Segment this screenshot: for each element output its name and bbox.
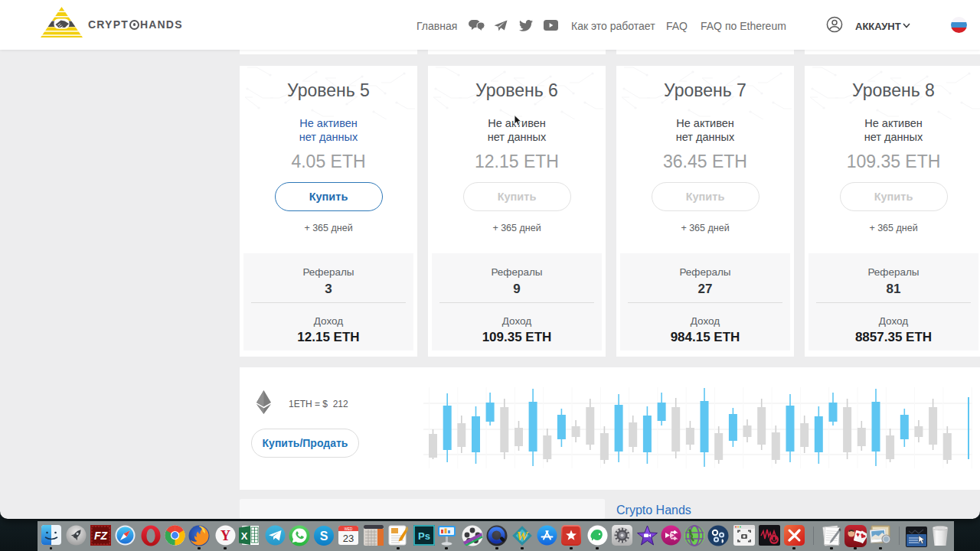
svg-text:Ps: Ps [418, 530, 430, 542]
svg-text:W: W [516, 529, 529, 543]
svg-text:S: S [320, 530, 328, 543]
svg-text:23: 23 [343, 533, 354, 544]
svg-text:WED: WED [345, 527, 353, 531]
svg-text:X: X [241, 530, 248, 542]
svg-text:FZ: FZ [93, 530, 107, 542]
svg-text:Y: Y [220, 528, 230, 543]
